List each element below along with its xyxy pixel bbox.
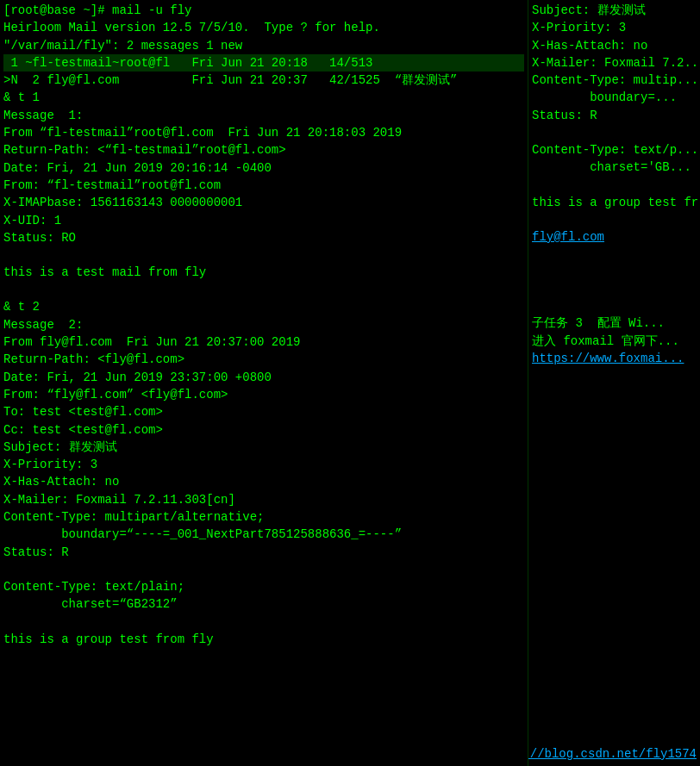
- terminal-line: From: “fly@fl.com” <fly@fl.com>: [3, 386, 524, 403]
- terminal-line: X-UID: 1: [3, 212, 524, 229]
- terminal-line: X-Has-Attach: no: [3, 473, 524, 490]
- terminal-line: Content-Type: text/plain;: [3, 578, 524, 595]
- terminal-line: Cc: test <test@fl.com>: [3, 421, 524, 439]
- empty-line: [3, 561, 524, 578]
- terminal-line: Content-Type: multipart/alternative;: [3, 508, 524, 526]
- terminal-line: Subject: 群发测试: [3, 439, 524, 456]
- terminal-line: & t 1: [3, 89, 524, 106]
- terminal-line: this is a test mail from fly: [3, 264, 524, 281]
- terminal-line: [root@base ~]# mail -u fly: [3, 2, 524, 19]
- empty-line: [3, 613, 524, 631]
- right-terminal-line: X-Has-Attach: no: [532, 37, 697, 54]
- terminal-line: Return-Path: <“fl-testmail”root@fl.com>: [3, 141, 524, 159]
- right-terminal-line: Content-Type: multip...: [532, 72, 697, 89]
- right-terminal-line: 子任务 3 配置 Wi...: [532, 314, 697, 332]
- terminal-line: Date: Fri, 21 Jun 2019 23:37:00 +0800: [3, 369, 524, 386]
- terminal-line: X-Mailer: Foxmail 7.2.11.303[cn]: [3, 491, 524, 508]
- right-terminal-line: X-Mailer: Foxmail 7.2...: [532, 54, 697, 72]
- terminal-right: Subject: 群发测试X-Priority: 3X-Has-Attach: …: [528, 0, 700, 766]
- terminal-line: Status: R: [3, 544, 524, 561]
- empty-line-right: [532, 297, 697, 314]
- right-terminal-line: charset='GB...: [532, 159, 697, 176]
- terminal-line: & t 2: [3, 298, 524, 315]
- empty-line-right: [532, 367, 697, 384]
- terminal-line: 1 ~fl-testmail~root@fl Fri Jun 21 20:18 …: [3, 54, 524, 72]
- empty-line-right: [532, 280, 697, 297]
- right-terminal-line: this is a group test fr...: [532, 194, 697, 211]
- terminal-line: X-IMAPbase: 1561163143 0000000001: [3, 194, 524, 211]
- terminal-line: X-Priority: 3: [3, 456, 524, 473]
- empty-line: [3, 246, 524, 264]
- link-bottom-line[interactable]: https://blog.csdn.net/fly1574: [528, 745, 697, 763]
- empty-line: [3, 281, 524, 298]
- terminal-line: To: test <test@fl.com>: [3, 403, 524, 420]
- empty-line-right: [532, 124, 697, 141]
- right-terminal-line: Content-Type: text/p...: [532, 141, 697, 159]
- terminal-line: this is a group test from fly: [3, 631, 524, 648]
- empty-line-right: [532, 263, 697, 280]
- right-terminal-line: boundary=...: [532, 89, 697, 106]
- link-line[interactable]: https://www.foxmai...: [532, 350, 697, 367]
- link-line[interactable]: fly@fl.com: [532, 228, 697, 246]
- terminal-line: boundary=“----=_001_NextPart785125888636…: [3, 526, 524, 543]
- terminal-line: Message 2:: [3, 316, 524, 333]
- terminal-line: Return-Path: <fly@fl.com>: [3, 351, 524, 368]
- right-terminal-line: Subject: 群发测试: [532, 2, 697, 19]
- right-terminal-line: Status: R: [532, 107, 697, 124]
- empty-line-right: [532, 246, 697, 263]
- right-terminal-line: 进入 foxmail 官网下...: [532, 333, 697, 350]
- terminal-line: Status: RO: [3, 229, 524, 246]
- terminal-line: Message 1:: [3, 107, 524, 124]
- empty-line-right: [532, 211, 697, 228]
- terminal-line: From: “fl-testmail”root@fl.com: [3, 177, 524, 194]
- terminal-line: Heirloom Mail version 12.5 7/5/10. Type …: [3, 19, 524, 36]
- terminal-line: From “fl-testmail”root@fl.com Fri Jun 21…: [3, 124, 524, 141]
- terminal-line: >N 2 fly@fl.com Fri Jun 21 20:37 42/1525…: [3, 72, 524, 89]
- terminal-left: [root@base ~]# mail -u flyHeirloom Mail …: [0, 0, 528, 766]
- empty-line-right: [532, 177, 697, 194]
- right-terminal-line: X-Priority: 3: [532, 19, 697, 36]
- terminal-line: "/var/mail/fly": 2 messages 1 new: [3, 37, 524, 54]
- terminal-line: From fly@fl.com Fri Jun 21 20:37:00 2019: [3, 333, 524, 351]
- terminal-line: Date: Fri, 21 Jun 2019 20:16:14 -0400: [3, 159, 524, 177]
- empty-line-right: [532, 384, 697, 402]
- terminal-line: charset=“GB2312”: [3, 595, 524, 613]
